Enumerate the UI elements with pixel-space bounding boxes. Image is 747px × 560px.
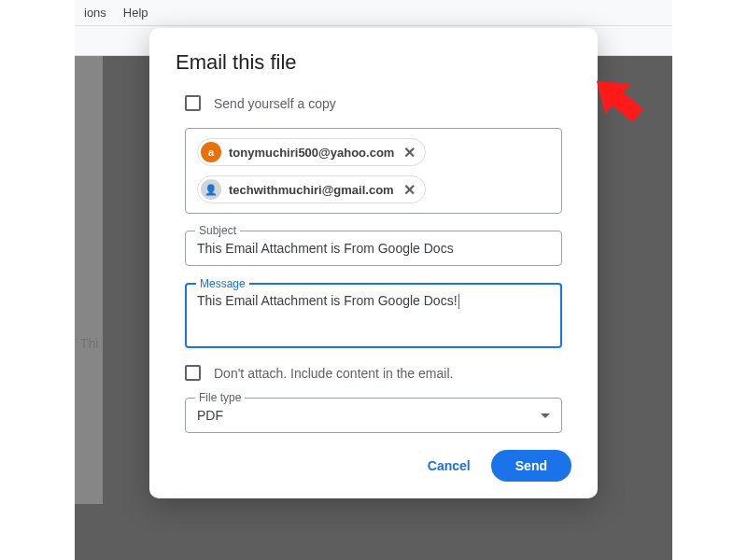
- message-input[interactable]: This Email Attachment is From Google Doc…: [197, 293, 550, 309]
- recipient-chip[interactable]: a tonymuchiri500@yahoo.com ✕: [197, 138, 426, 166]
- filetype-field[interactable]: File type PDF: [185, 398, 562, 433]
- message-legend: Message: [196, 277, 249, 290]
- subject-legend: Subject: [195, 224, 240, 237]
- cancel-button[interactable]: Cancel: [415, 451, 484, 481]
- menu-item[interactable]: Help: [123, 6, 148, 20]
- chevron-down-icon: [541, 413, 550, 418]
- email-file-dialog: Email this file Send yourself a copy a t…: [149, 28, 598, 498]
- recipients-field[interactable]: a tonymuchiri500@yahoo.com ✕ 👤 techwithm…: [185, 128, 562, 214]
- doc-visible-text: Thi: [80, 336, 98, 351]
- subject-field[interactable]: Subject This Email Attachment is From Go…: [185, 231, 562, 266]
- recipient-chip[interactable]: 👤 techwithmuchiri@gmail.com ✕: [197, 175, 426, 203]
- message-field[interactable]: Message This Email Attachment is From Go…: [185, 283, 562, 348]
- dialog-title: Email this file: [176, 50, 571, 75]
- dont-attach-checkbox[interactable]: [185, 365, 201, 381]
- recipient-email: tonymuchiri500@yahoo.com: [229, 146, 394, 160]
- subject-input[interactable]: This Email Attachment is From Google Doc…: [197, 241, 550, 256]
- menu-item[interactable]: ions: [84, 6, 106, 20]
- send-yourself-copy-label: Send yourself a copy: [214, 96, 336, 111]
- recipient-email: techwithmuchiri@gmail.com: [229, 183, 394, 197]
- remove-chip-icon[interactable]: ✕: [402, 181, 417, 199]
- avatar: a: [201, 142, 221, 162]
- avatar: 👤: [201, 179, 221, 200]
- filetype-value: PDF: [197, 408, 223, 423]
- filetype-legend: File type: [195, 391, 245, 404]
- remove-chip-icon[interactable]: ✕: [402, 144, 417, 161]
- dont-attach-label: Don't attach. Include content in the ema…: [214, 366, 453, 381]
- send-button[interactable]: Send: [491, 450, 571, 482]
- send-yourself-copy-checkbox[interactable]: [185, 95, 201, 111]
- menubar: ions Help: [75, 0, 672, 26]
